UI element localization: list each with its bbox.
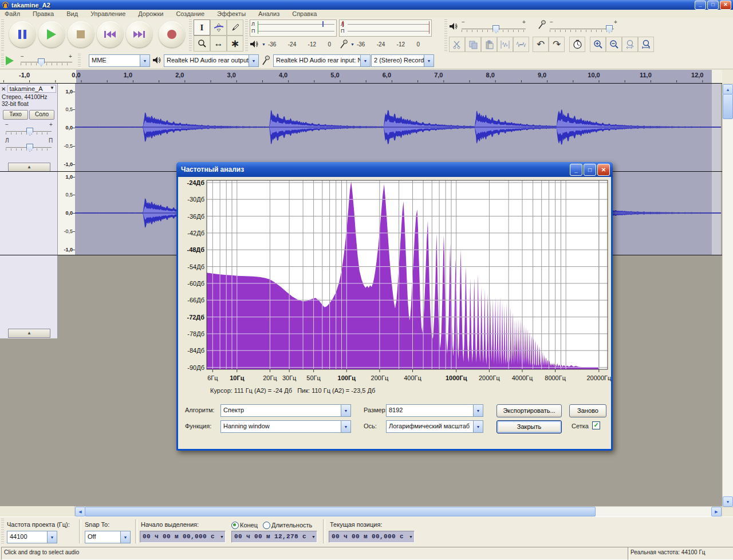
menu-item-8[interactable]: Справка	[292, 10, 317, 17]
zoom-out-button[interactable]	[606, 37, 622, 52]
length-radio[interactable]	[263, 522, 270, 529]
size-select[interactable]: 8192▼	[386, 404, 483, 417]
selection-start-field[interactable]: 00 ч 00 м 00,000 с▼	[140, 531, 226, 543]
end-radio[interactable]	[231, 522, 239, 529]
output-device-select[interactable]: Realtek HD Audio rear output▼	[164, 54, 259, 67]
dialog-title-bar[interactable]: Частотный анализ _ □ ✕	[176, 162, 613, 177]
gain-slider[interactable]	[6, 127, 52, 135]
grid-checkbox[interactable]: ✓	[592, 421, 600, 429]
vertical-ruler-ch1[interactable]: 1,00,50,0-0,5-1,0	[58, 84, 76, 171]
size-select-arrow[interactable]: ▼	[473, 405, 483, 416]
export-button[interactable]: Экспортировать...	[496, 404, 562, 417]
dialog-minimize-button[interactable]: _	[570, 164, 582, 176]
output-volume-slider[interactable]	[462, 25, 526, 33]
rewind-button[interactable]	[97, 21, 123, 48]
menu-item-6[interactable]: Эффекты	[217, 10, 246, 17]
vertical-ruler-ch2[interactable]: 1,00,50,0-0,5-1,0	[58, 172, 76, 255]
pause-button[interactable]	[9, 21, 36, 48]
function-select-arrow[interactable]: ▼	[341, 421, 350, 432]
multi-tool-button[interactable]: ∗	[227, 36, 243, 52]
vscroll-up-arrow[interactable]: ▲	[723, 84, 733, 94]
track-name-box[interactable]: takamine_A ▼	[7, 85, 56, 93]
input-device-select[interactable]: Realtek HD Audio rear input: N▼	[273, 54, 371, 67]
redo-button[interactable]: ↷	[549, 37, 565, 52]
close-button[interactable]: ✕	[720, 1, 731, 10]
zoom-in-button[interactable]	[590, 37, 606, 52]
silence-button[interactable]	[513, 37, 529, 52]
tools-toolbar-grip[interactable]	[189, 19, 192, 51]
waveform-channel1[interactable]	[75, 84, 721, 171]
meter-toolbar-grip[interactable]	[245, 19, 248, 51]
timer-button[interactable]	[569, 37, 585, 52]
paste-button[interactable]	[481, 37, 497, 52]
mic-icon[interactable]	[339, 40, 348, 49]
speaker-icon[interactable]	[250, 40, 259, 48]
position-field[interactable]: 00 ч 00 м 00,000 с▼	[329, 531, 415, 543]
recording-meter-dropdown-arrow[interactable]: ▼	[350, 42, 354, 46]
menu-item-1[interactable]: Правка	[33, 10, 54, 17]
snap-select-arrow[interactable]: ▼	[120, 531, 130, 543]
envelope-tool-button[interactable]	[210, 19, 227, 36]
axis-select[interactable]: Логарифмический масштаб▼	[386, 420, 483, 433]
dialog-close-x-button[interactable]: ✕	[597, 164, 610, 176]
timeline-ruler[interactable]: -1,00,01,02,03,04,05,06,07,08,09,010,011…	[0, 70, 722, 84]
dialog-maximize-button[interactable]: □	[584, 164, 596, 176]
vscroll-down-arrow[interactable]: ▼	[723, 496, 733, 507]
channels-select-arrow[interactable]: ▼	[424, 55, 434, 66]
menu-item-7[interactable]: Анализ	[258, 10, 279, 17]
track-collapse-button[interactable]: ▲	[8, 163, 50, 172]
recording-meter[interactable]: Л П	[339, 19, 432, 37]
rate-select-arrow[interactable]: ▼	[47, 531, 57, 543]
forward-button[interactable]	[126, 21, 152, 48]
project-rate-select[interactable]: 44100▼	[7, 531, 57, 543]
selection-tool-button[interactable]: I	[194, 19, 210, 36]
menu-item-2[interactable]: Вид	[66, 10, 78, 17]
trim-button[interactable]	[497, 37, 513, 52]
pan-slider[interactable]	[6, 143, 52, 151]
playback-meter[interactable]: Л П	[250, 19, 337, 37]
selection-end-field[interactable]: 00 ч 00 м 12,278 с▼	[231, 531, 317, 543]
mute-button[interactable]: Тихо	[3, 110, 28, 120]
playback-meter-dropdown-arrow[interactable]: ▼	[262, 42, 266, 46]
zoom-tool-button[interactable]	[194, 36, 210, 52]
mixer-toolbar-grip[interactable]	[444, 19, 447, 51]
menu-item-5[interactable]: Создание	[176, 10, 204, 17]
algorithm-select[interactable]: Спектр▼	[220, 404, 351, 417]
menu-item-4[interactable]: Дорожки	[138, 10, 163, 17]
spectrum-plot[interactable]: 6Гц10Гц20Гц30Гц50Гц100Гц200Гц400Гц1000Гц…	[178, 178, 611, 385]
dialog-close-button[interactable]: Закрыть	[496, 420, 562, 433]
host-select[interactable]: MME▼	[89, 54, 150, 67]
hscroll-thumb[interactable]	[85, 507, 596, 516]
selection-start-arrow[interactable]: ▼	[219, 531, 225, 542]
track-menu-arrow-icon[interactable]: ▼	[50, 85, 54, 92]
vertical-scrollbar[interactable]: ▲ ▼	[722, 84, 733, 507]
transcription-grip[interactable]	[1, 54, 4, 68]
device-toolbar-grip[interactable]	[78, 54, 81, 68]
hscroll-left-arrow[interactable]: ◀	[75, 507, 85, 516]
restore-button[interactable]: □	[707, 1, 719, 10]
solo-button[interactable]: Соло	[29, 110, 54, 120]
copy-button[interactable]	[465, 37, 481, 52]
snap-to-select[interactable]: Off▼	[85, 531, 131, 543]
play-button[interactable]	[38, 21, 65, 48]
channels-select[interactable]: 2 (Stereo) Record▼	[371, 54, 434, 67]
input-select-arrow[interactable]: ▼	[360, 55, 370, 66]
cut-button[interactable]	[449, 37, 465, 52]
draw-tool-button[interactable]	[227, 19, 243, 36]
menu-item-3[interactable]: Управление	[90, 10, 125, 17]
replot-button[interactable]: Заново	[569, 404, 606, 417]
hscroll-right-arrow[interactable]: ▶	[711, 507, 722, 516]
axis-select-arrow[interactable]: ▼	[473, 421, 483, 432]
menu-item-0[interactable]: Файл	[5, 10, 20, 17]
input-volume-slider[interactable]	[550, 25, 614, 33]
undo-button[interactable]: ↶	[533, 37, 549, 52]
track-close-button[interactable]: ✕	[1, 86, 6, 92]
host-select-arrow[interactable]: ▼	[140, 55, 149, 66]
track-collapse-button2[interactable]: ▲	[8, 329, 50, 338]
timeshift-tool-button[interactable]: ↔	[210, 36, 227, 52]
record-button[interactable]	[159, 21, 185, 48]
function-select[interactable]: Hanning window▼	[220, 420, 351, 433]
selection-toolbar-grip[interactable]	[1, 519, 4, 544]
transcription-play-button[interactable]	[6, 56, 14, 65]
stop-button[interactable]	[68, 21, 94, 48]
